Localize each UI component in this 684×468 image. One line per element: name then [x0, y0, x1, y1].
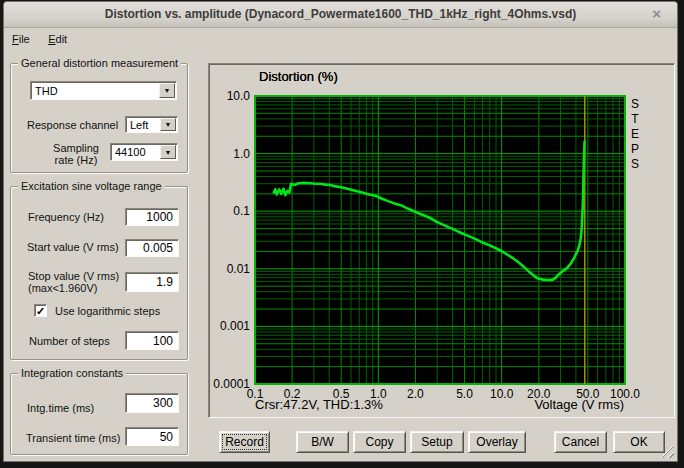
- window-title: Distortion vs. amplitude (Dynacord_Power…: [4, 7, 677, 21]
- group-excitation-title: Excitation sine voltage range: [18, 180, 165, 192]
- svg-text:5.0: 5.0: [456, 387, 473, 401]
- chart-panel: Distortion (%) 0.10.20.51.02.05.010.020.…: [208, 63, 675, 418]
- svg-text:0.01: 0.01: [227, 262, 251, 276]
- group-general-distortion: General distortion measurement THD ▼ Res…: [10, 63, 188, 173]
- close-icon[interactable]: ×: [652, 5, 661, 22]
- svg-text:10.0: 10.0: [490, 387, 514, 401]
- sampling-rate-value: 44100: [111, 146, 159, 158]
- sampling-rate-select[interactable]: 44100 ▼: [110, 143, 178, 161]
- transient-time-label: Transient time (ms): [26, 432, 120, 444]
- cursor-readout: Crsr:47.2V, THD:1.3%: [255, 397, 383, 412]
- copy-button[interactable]: Copy: [353, 431, 406, 453]
- measurement-type-select[interactable]: THD ▼: [30, 81, 177, 100]
- record-button[interactable]: Record: [219, 431, 270, 453]
- start-value-input[interactable]: [125, 239, 179, 257]
- number-of-steps-label: Number of steps: [29, 335, 110, 347]
- chart-title-overlay: Distortion (%): [259, 69, 338, 84]
- setup-button[interactable]: Setup: [410, 431, 464, 453]
- title-bar[interactable]: Distortion vs. amplitude (Dynacord_Power…: [4, 2, 677, 28]
- steps-axis-label: STEPS: [628, 97, 642, 172]
- svg-text:0.0001: 0.0001: [213, 377, 250, 391]
- group-general-title: General distortion measurement: [18, 57, 181, 69]
- bw-button[interactable]: B/W: [296, 431, 349, 453]
- number-of-steps-input[interactable]: [125, 331, 179, 350]
- measurement-type-value: THD: [31, 85, 158, 97]
- response-channel-label: Response channel: [27, 119, 118, 131]
- menu-bar: File Edit: [4, 29, 677, 47]
- group-excitation: Excitation sine voltage range Frequency …: [10, 186, 188, 360]
- chevron-down-icon[interactable]: ▼: [159, 83, 175, 98]
- chevron-down-icon[interactable]: ▼: [160, 145, 176, 159]
- stop-value-input[interactable]: [125, 272, 179, 292]
- frequency-label: Frequency (Hz): [28, 211, 104, 223]
- menu-file[interactable]: File: [6, 31, 36, 45]
- response-channel-value: Left: [126, 119, 159, 131]
- transient-time-input[interactable]: [125, 427, 179, 446]
- distortion-chart[interactable]: 0.10.20.51.02.05.010.020.050.0100.010.01…: [209, 64, 674, 417]
- svg-text:1.0: 1.0: [233, 147, 250, 161]
- menu-edit[interactable]: Edit: [42, 31, 73, 45]
- svg-text:10.0: 10.0: [227, 89, 251, 103]
- svg-text:0.001: 0.001: [220, 319, 250, 333]
- intg-time-input[interactable]: [125, 393, 179, 413]
- svg-text:2.0: 2.0: [407, 387, 424, 401]
- ok-button[interactable]: OK: [613, 431, 665, 453]
- frequency-input[interactable]: [125, 208, 179, 226]
- log-steps-checkbox[interactable]: ✓: [34, 304, 47, 317]
- stop-value-label: Stop value (V rms) (max<1.960V): [28, 270, 119, 294]
- group-integration: Integration constants Intg.time (ms) Tra…: [10, 373, 188, 455]
- x-axis-label: Voltage (V rms): [534, 397, 624, 412]
- response-channel-select[interactable]: Left ▼: [125, 116, 178, 133]
- log-steps-label: Use logarithmic steps: [55, 305, 160, 317]
- group-integration-title: Integration constants: [18, 367, 126, 379]
- cancel-button[interactable]: Cancel: [554, 431, 607, 453]
- svg-text:0.1: 0.1: [233, 204, 250, 218]
- chevron-down-icon[interactable]: ▼: [160, 118, 176, 131]
- sampling-rate-label: Sampling rate (Hz): [45, 142, 107, 166]
- intg-time-label: Intg.time (ms): [27, 402, 94, 414]
- dialog-window: Distortion vs. amplitude (Dynacord_Power…: [3, 1, 678, 462]
- overlay-button[interactable]: Overlay: [468, 431, 526, 453]
- start-value-label: Start value (V rms): [27, 241, 119, 253]
